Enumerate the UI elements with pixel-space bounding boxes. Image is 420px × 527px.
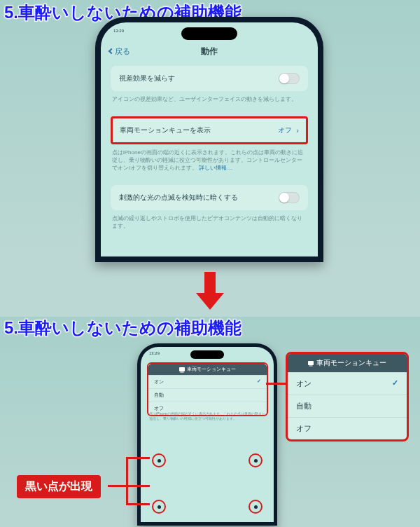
motion-dot-br <box>248 500 262 514</box>
connector-line <box>126 503 150 505</box>
motion-cues-menu-header: 車両モーションキュー <box>148 364 267 375</box>
dim-flashing-row[interactable]: 刺激的な光の点滅を検知時に暗くする <box>111 185 308 210</box>
dim-flashing-desc: 点滅の繰り返しやストロボを使用したビデオコンテンツは自動的に暗くなります。 <box>111 210 308 230</box>
reduce-motion-desc: アイコンの視差効果など、ユーザインターフェイスの動きを減らします。 <box>111 91 308 103</box>
chevron-left-icon <box>108 48 114 54</box>
settings-screen: 13:29 戻る 動作 視差効果を減らす アイコンの視差効果など、ユーザインター… <box>101 22 318 256</box>
dots-callout: 黒い点が出現 <box>17 475 101 498</box>
vehicle-motion-cues-desc: 点はiPhoneの画面の端の近くに表示されます。これらの点は車両の動きに追従し、… <box>111 144 308 172</box>
vehicle-motion-cues-value: オフ <box>278 125 292 135</box>
section-title-bottom: 5.車酔いしないための補助機能 <box>4 317 241 339</box>
check-icon: ✓ <box>257 378 261 385</box>
reduce-motion-row[interactable]: 視差効果を減らす <box>111 66 308 91</box>
vehicle-motion-cues-label: 車両モーションキューを表示 <box>120 125 211 135</box>
connector-line <box>266 383 287 385</box>
back-label: 戻る <box>115 46 130 57</box>
zoom-option-off[interactable]: オフ <box>288 417 407 439</box>
car-icon <box>179 367 185 371</box>
connector-line <box>126 485 128 505</box>
car-icon <box>308 361 314 365</box>
dynamic-island <box>181 27 237 40</box>
phone-mockup-bottom: 13:29 車両モーションキュー オン ✓ 自動 オフ 点はiPhoneの画面の… <box>137 343 277 526</box>
status-clock: 13:29 <box>113 29 124 33</box>
zoom-option-auto[interactable]: 自動 <box>288 395 407 417</box>
motion-dot-tl <box>152 453 166 467</box>
option-on[interactable]: オン ✓ <box>148 375 267 388</box>
motion-cues-menu: 車両モーションキュー オン ✓ 自動 オフ <box>147 362 268 416</box>
phone-mockup-top: 13:29 戻る 動作 視差効果を減らす アイコンの視差効果など、ユーザインター… <box>95 17 323 262</box>
nav-title: 動作 <box>201 46 218 57</box>
motion-cues-menu-zoom: 車両モーションキュー オン ✓ 自動 オフ <box>286 352 409 442</box>
connector-line <box>126 457 128 486</box>
dynamic-island-2 <box>190 350 224 359</box>
option-auto[interactable]: 自動 <box>148 388 267 402</box>
connector-line <box>126 457 150 459</box>
check-icon: ✓ <box>392 378 398 389</box>
motion-dot-tr <box>248 453 262 467</box>
down-arrow-icon <box>196 272 224 314</box>
back-button[interactable]: 戻る <box>109 46 130 57</box>
vehicle-motion-cues-row[interactable]: 車両モーションキューを表示 オフ › <box>111 116 308 144</box>
dim-flashing-toggle[interactable] <box>279 192 300 203</box>
connector-line <box>108 485 150 487</box>
reduce-motion-toggle[interactable] <box>279 73 300 84</box>
reduce-motion-label: 視差効果を減らす <box>119 74 175 83</box>
nav-bar: 戻る 動作 <box>101 42 318 60</box>
motion-cues-desc: 点はiPhoneの画面の端の近くに表示されます。これらの点は車両の動きに追従し、… <box>149 411 265 420</box>
status-clock-2: 13:29 <box>149 351 160 355</box>
motion-cues-screen: 13:29 車両モーションキュー オン ✓ 自動 オフ 点はiPhoneの画面の… <box>141 347 274 522</box>
dim-flashing-label: 刺激的な光の点滅を検知時に暗くする <box>119 193 238 203</box>
zoom-option-on[interactable]: オン ✓ <box>288 372 407 395</box>
more-info-link[interactable]: 詳しい情報… <box>199 165 232 171</box>
chevron-right-icon: › <box>296 126 299 135</box>
motion-dot-bl <box>152 500 166 514</box>
zoom-header: 車両モーションキュー <box>288 354 407 372</box>
